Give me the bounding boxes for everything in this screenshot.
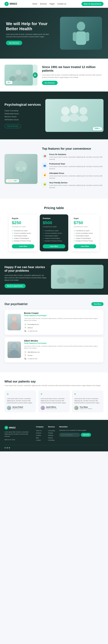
doctor-card-2: Albert Wesker Family Happiness Psycholog… bbox=[5, 337, 103, 362]
psych-service-4[interactable]: Self-Esteem Issues bbox=[5, 118, 41, 121]
feature-title-1: Focus On Solutions bbox=[49, 154, 103, 156]
footer-company-link-1[interactable]: About Us bbox=[36, 430, 44, 432]
footer-services-link-4[interactable]: Support bbox=[48, 436, 55, 439]
footer-services-link-1[interactable]: Counseling bbox=[48, 430, 55, 432]
svg-point-31 bbox=[12, 343, 17, 348]
psych-service-2[interactable]: Relationship Issues bbox=[5, 112, 41, 115]
testimonial-text-2: Lorem ipsum dolor sit amet, consectetur … bbox=[41, 398, 67, 404]
newsletter-submit-button[interactable]: Subscribe bbox=[81, 433, 91, 437]
cta-description: Lorem ipsum dolor sit amet, consectetur … bbox=[5, 274, 47, 282]
cta-appointment-button[interactable]: Book An Appointment bbox=[5, 284, 26, 288]
nav-link-services[interactable]: Services bbox=[40, 3, 47, 5]
footer-company-link-3[interactable]: Portfolio bbox=[36, 434, 44, 436]
feature-title-4: Very Friendly Service bbox=[49, 182, 103, 184]
psych-service-3[interactable]: Women's Issues bbox=[5, 115, 41, 118]
quote-icon-2: ❝ bbox=[41, 393, 67, 396]
svg-point-30 bbox=[10, 350, 19, 358]
author-location-3: Patient From Taiwan bbox=[80, 408, 92, 410]
phone-icon-1: 📞 bbox=[24, 330, 27, 332]
psych-title: Psychological services bbox=[5, 103, 41, 106]
doctor-location-2: 📍 Sunriver bbox=[24, 354, 100, 357]
pricing-feature-r1: Consulted by an expert bbox=[12, 230, 34, 232]
nav-link-contact[interactable]: Contact Us bbox=[57, 3, 66, 5]
testimonial-author-1: Jeremy Poland Patient From USA bbox=[7, 406, 34, 410]
play-button[interactable]: ▶ bbox=[33, 72, 38, 78]
doctor-info-1: Bessie Cooper Family Happiness Psycholog… bbox=[24, 312, 100, 332]
svg-point-19 bbox=[23, 167, 26, 170]
feature-text-1: Focus On Solutions Lorem ipsum dolor sit… bbox=[49, 154, 103, 160]
testimonials-description: Lorem ipsum dolor sit amet, consectetur … bbox=[5, 384, 103, 387]
feature-desc-2: Lorem ipsum dolor sit amet, consectetur … bbox=[49, 165, 103, 170]
cta-wave-decoration: 〜〜 bbox=[93, 281, 102, 287]
testimonial-text-3: Lorem ipsum dolor sit amet, consectetur … bbox=[74, 398, 101, 404]
feat-count: 10K+ bbox=[14, 180, 18, 182]
cta-title: Happy if we can hear stories of your pro… bbox=[5, 265, 47, 272]
footer-description: Lorem ipsum dolor sit amet, consectetur … bbox=[5, 431, 32, 437]
svg-point-11 bbox=[61, 115, 70, 122]
psych-cta-button[interactable]: View All Services bbox=[5, 124, 21, 128]
svg-point-24 bbox=[77, 270, 85, 277]
logo: ✦ MINDZ bbox=[5, 2, 17, 6]
psychiatrist-title: Our psychiatrist bbox=[5, 302, 28, 306]
hero-cta-button[interactable]: Our Services bbox=[6, 41, 22, 45]
feature-icon-1: 🎯 bbox=[42, 154, 47, 159]
testimonial-card-3: ❝ Lorem ipsum dolor sit amet, consectetu… bbox=[72, 390, 103, 412]
doctor-image-2 bbox=[8, 342, 21, 358]
feature-icon-2: 👥 bbox=[42, 163, 47, 168]
psychiatrist-section: Our psychiatrist View More Bessie Cooper… bbox=[0, 295, 108, 372]
newsletter-input[interactable] bbox=[59, 433, 80, 437]
testimonial-author-2: Janeth Wilson Patient From USA bbox=[41, 406, 67, 410]
footer-services-link-2[interactable]: Therapy bbox=[48, 432, 55, 434]
pricing-desc-regular: Consulted by an expert bbox=[12, 226, 34, 228]
pricing-cta-premium[interactable]: Learn More bbox=[43, 244, 65, 248]
testimonials-section: What our patients say Lorem ipsum dolor … bbox=[0, 372, 108, 420]
cta-image-container: 〜〜 bbox=[51, 265, 103, 289]
footer-company-link-4[interactable]: Blog bbox=[36, 436, 44, 439]
svg-point-7 bbox=[15, 75, 22, 81]
doctor-phone-value-1: +1 (151) 25 125 bbox=[28, 330, 37, 332]
features-hands-svg bbox=[9, 157, 33, 181]
doctor-name-1: Bessie Cooper bbox=[24, 312, 100, 314]
doctor-email-1: ✉ bessie@gmail.com bbox=[24, 323, 100, 326]
svg-point-18 bbox=[17, 167, 20, 170]
footer-company-link-5[interactable]: Contact bbox=[36, 439, 44, 442]
footer-services-links: Counseling Therapy Wellness Support Cons… bbox=[48, 430, 55, 442]
svg-point-17 bbox=[15, 161, 27, 173]
testimonial-text-1: Lorem ipsum dolor sit amet, consectetur … bbox=[7, 398, 34, 404]
feature-desc-1: Lorem ipsum dolor sit amet, consectetur … bbox=[49, 156, 103, 160]
hero-description: Lorem ipsum dolor sit amet, consectetur … bbox=[6, 33, 51, 38]
svg-rect-2 bbox=[73, 32, 76, 41]
svg-point-13 bbox=[70, 114, 79, 122]
view-more-button[interactable]: View More bbox=[91, 302, 103, 306]
nav-link-home[interactable]: Home bbox=[32, 3, 37, 5]
footer-dot-2 bbox=[7, 447, 8, 448]
pricing-cta-regular[interactable]: Learn More bbox=[12, 244, 34, 248]
testimonial-author-3: Tony Wang Patient From Taiwan bbox=[74, 406, 101, 410]
doctor-desc-1: Lorem ipsum dolor sit amet, consectetur … bbox=[24, 318, 100, 322]
stats-cta-button[interactable]: Our Services bbox=[42, 81, 58, 85]
doctor-svg-2 bbox=[8, 342, 21, 358]
nav-links: Home Services Pages Contact Us bbox=[32, 3, 66, 5]
feature-item-4: 😊 Very Friendly Service Lorem ipsum dolo… bbox=[42, 182, 103, 189]
psych-service-1[interactable]: Career Counseling bbox=[5, 109, 41, 112]
logo-icon: ✦ bbox=[5, 2, 9, 6]
nav-link-pages[interactable]: Pages bbox=[50, 3, 55, 5]
svg-rect-3 bbox=[85, 32, 89, 41]
footer-company-link-2[interactable]: Services bbox=[36, 432, 44, 434]
hero-content: We will Help for Your Better Health Lore… bbox=[6, 21, 51, 45]
pricing-label-super: Super bbox=[74, 218, 96, 220]
footer-company-title: Company bbox=[36, 426, 44, 428]
feature-desc-3: Lorem ipsum dolor sit amet, consectetur … bbox=[49, 175, 103, 179]
svg-point-5 bbox=[9, 76, 16, 82]
footer-newsletter-desc: Subscribe to our newsletter for latest u… bbox=[59, 430, 91, 432]
author-name-3: Tony Wang bbox=[80, 406, 92, 408]
features-content: Top features for your convenience 🎯 Focu… bbox=[42, 147, 103, 191]
footer-services-link-3[interactable]: Wellness bbox=[48, 434, 55, 436]
testimonials-title: What our patients say bbox=[5, 380, 103, 383]
svg-point-20 bbox=[57, 269, 66, 277]
footer-services-link-5[interactable]: Consulting bbox=[48, 439, 55, 442]
psych-services-list: Career Counseling Relationship Issues Wo… bbox=[5, 109, 41, 121]
nav-cta-button[interactable]: Make An Appointment bbox=[81, 2, 103, 6]
pricing-cta-super[interactable]: Learn More bbox=[74, 244, 96, 248]
footer-company-column: Company About Us Services Portfolio Blog… bbox=[36, 426, 44, 442]
